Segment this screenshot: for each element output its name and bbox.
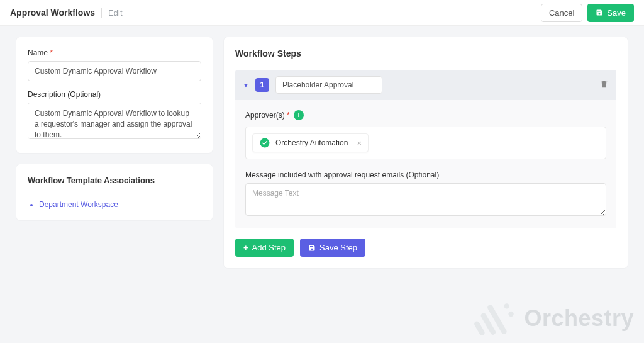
step-actions: + Add Step Save Step xyxy=(235,239,616,257)
page-title: Approval Workflows xyxy=(10,8,95,18)
add-approver-icon[interactable]: + xyxy=(294,110,304,120)
required-asterisk: * xyxy=(50,48,53,57)
approvers-label: Approver(s) * xyxy=(245,111,290,120)
save-icon xyxy=(596,9,603,16)
orchestry-logo-icon xyxy=(259,137,270,149)
name-input[interactable] xyxy=(28,61,201,81)
approver-chip: Orchestry Automation × xyxy=(252,133,369,152)
cancel-button[interactable]: Cancel xyxy=(541,4,582,22)
description-input[interactable]: Custom Dynamic Approval Workflow to look… xyxy=(28,103,201,139)
add-step-button[interactable]: + Add Step xyxy=(235,239,294,257)
approvers-label-row: Approver(s) * + xyxy=(245,110,606,120)
cancel-button-label: Cancel xyxy=(549,8,574,18)
workflow-steps-heading: Workflow Steps xyxy=(235,48,616,59)
caret-down-icon[interactable]: ▼ xyxy=(243,82,249,89)
save-step-button[interactable]: Save Step xyxy=(300,239,365,257)
brand-watermark-text: Orchestry xyxy=(524,305,634,332)
message-input[interactable] xyxy=(245,183,606,216)
step-name-input[interactable] xyxy=(275,76,382,94)
name-label: Name * xyxy=(28,48,201,57)
delete-step-icon[interactable] xyxy=(599,79,609,91)
remove-approver-icon[interactable]: × xyxy=(357,138,362,148)
save-button[interactable]: Save xyxy=(587,4,634,22)
approvers-container: Orchestry Automation × xyxy=(245,127,606,159)
svg-point-4 xyxy=(504,303,509,308)
step-number-badge: 1 xyxy=(255,78,269,92)
workflow-steps-card: Workflow Steps ▼ 1 Approver(s) * xyxy=(224,37,628,268)
left-column: Name * Description (Optional) Custom Dyn… xyxy=(16,37,213,220)
required-asterisk: * xyxy=(287,111,290,120)
top-bar-right: Cancel Save xyxy=(541,4,634,22)
svg-point-5 xyxy=(509,312,514,317)
step-header: ▼ 1 xyxy=(235,70,616,100)
svg-rect-2 xyxy=(480,312,497,336)
top-bar: Approval Workflows Edit Cancel Save xyxy=(0,0,644,26)
associations-heading: Workflow Template Associations xyxy=(28,176,201,185)
divider xyxy=(101,8,102,18)
save-button-label: Save xyxy=(607,8,626,18)
step-block: ▼ 1 Approver(s) * + xyxy=(235,70,616,228)
description-label: Description (Optional) xyxy=(28,90,201,99)
save-step-label: Save Step xyxy=(319,243,357,252)
details-card: Name * Description (Optional) Custom Dyn… xyxy=(16,37,213,153)
plus-icon: + xyxy=(243,243,248,252)
associations-list: Department Workspace xyxy=(28,200,201,209)
brand-watermark-icon xyxy=(472,296,516,340)
save-icon xyxy=(308,244,316,252)
brand-watermark: Orchestry xyxy=(472,296,634,340)
step-body: Approver(s) * + Orchestry Automation × M… xyxy=(235,100,616,228)
content-area: Name * Description (Optional) Custom Dyn… xyxy=(0,26,644,279)
right-column: Workflow Steps ▼ 1 Approver(s) * xyxy=(224,37,628,268)
association-link[interactable]: Department Workspace xyxy=(39,200,201,209)
message-label: Message included with approval request e… xyxy=(245,171,606,179)
svg-rect-3 xyxy=(487,304,508,335)
page-subtitle: Edit xyxy=(108,8,122,18)
add-step-label: Add Step xyxy=(252,243,286,252)
top-bar-left: Approval Workflows Edit xyxy=(10,8,123,18)
associations-card: Workflow Template Associations Departmen… xyxy=(16,164,213,220)
approver-chip-label: Orchestry Automation xyxy=(275,138,348,147)
svg-rect-1 xyxy=(474,320,486,336)
